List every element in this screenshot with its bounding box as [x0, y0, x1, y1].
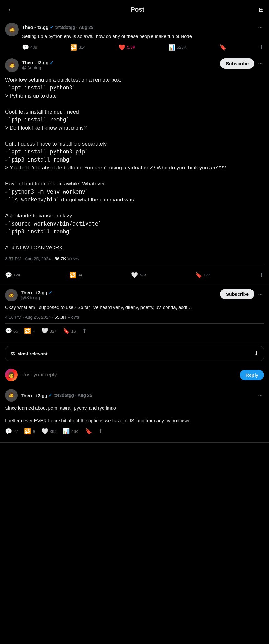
bookmark-action[interactable]: 🔖 [219, 44, 226, 51]
main-post-display-name: Theo - t3.gg ✓ [22, 60, 54, 65]
cp-retweet-action[interactable]: 🔁 9 [24, 428, 35, 435]
filter-icon: ⚖ [10, 351, 15, 357]
main-reply-action[interactable]: 💬 124 [5, 272, 20, 279]
verified-badge: ✓ [50, 25, 54, 30]
main-post-actions: 💬 124 🔁 34 🤍 673 🔖 123 ⬆ [5, 269, 264, 281]
main-reply-count: 124 [13, 273, 20, 277]
rp-bookmark-count: 16 [71, 329, 76, 333]
main-bookmark-action[interactable]: 🔖 123 [195, 272, 210, 279]
first-post-actions: 💬 439 🔁 314 ❤️ 5.3K 📊 523K 🔖 ⬆ [22, 44, 264, 51]
main-like-action[interactable]: 🤍 673 [131, 272, 146, 279]
filter-bar[interactable]: ⚖ Most relevant ⬇ [5, 346, 264, 361]
cp-bookmark-action[interactable]: 🔖 [85, 428, 92, 435]
first-post-avatar: 🧔 [5, 23, 19, 36]
rp-reply-action[interactable]: 💬 65 [5, 327, 18, 334]
main-share-action[interactable]: ⬆ [259, 272, 264, 279]
first-post-user: Theo - t3.gg ✓ @t3dotgg · Aug 25 [22, 24, 93, 30]
main-post-header: 🧔 Theo - t3.gg ✓ @t3dotgg Subscribe ··· [5, 58, 264, 72]
comment-username-date: @t3dotgg · Aug 25 [54, 393, 92, 398]
page-title: Post [131, 6, 144, 13]
reply-count: 439 [30, 45, 37, 50]
reply-post-handle: @t3dotgg [21, 295, 52, 300]
first-post-menu[interactable]: ··· [257, 23, 264, 32]
comment-post: 🧔 Theo - t3.gg ✓ @t3dotgg · Aug 25 ··· S… [0, 385, 269, 443]
comment-post-header: 🧔 Theo - t3.gg ✓ @t3dotgg · Aug 25 ··· [5, 389, 264, 402]
comment-post-text1: Since learned about pdm, astral, pyenv, … [5, 405, 264, 412]
cp-share-icon: ⬆ [98, 428, 103, 435]
main-retweet-count: 34 [78, 273, 82, 277]
reply-post-menu[interactable]: ··· [257, 290, 264, 299]
main-share-icon: ⬆ [259, 272, 264, 279]
comment-post-text2: I better never EVER hear shit about the … [5, 417, 264, 424]
reply-post-timestamp: 4:16 PM · Aug 25, 2024 · 55.3K Views [5, 315, 264, 320]
main-post-user: 🧔 Theo - t3.gg ✓ @t3dotgg [5, 58, 54, 72]
rp-reply-icon: 💬 [5, 327, 12, 334]
comment-post-user: 🧔 Theo - t3.gg ✓ @t3dotgg · Aug 25 [5, 389, 92, 402]
main-like-icon: 🤍 [131, 272, 138, 279]
cp-views-action[interactable]: 📊 46K [63, 428, 78, 435]
like-action[interactable]: ❤️ 5.3K [119, 44, 135, 51]
reply-verified: ✓ [49, 290, 52, 295]
layout-icon[interactable]: ⊞ [259, 6, 264, 13]
main-retweet-action[interactable]: 🔁 34 [69, 272, 82, 279]
rp-bookmark-icon: 🔖 [63, 327, 70, 334]
reply-post-user-info: Theo - t3.gg ✓ @t3dotgg [21, 290, 52, 300]
rp-retweet-action[interactable]: 🔁 4 [24, 327, 35, 334]
main-post-user-info: Theo - t3.gg ✓ @t3dotgg [22, 60, 54, 70]
reply-submit-button[interactable]: Reply [240, 370, 264, 380]
thread-line [12, 38, 12, 55]
reply-post-display-name: Theo - t3.gg ✓ [21, 290, 52, 295]
like-icon: ❤️ [119, 44, 125, 51]
first-post-username-date: @t3dotgg · Aug 25 [55, 25, 93, 30]
first-post-text: Setting up a python env is so awful how … [22, 33, 264, 40]
comment-post-menu[interactable]: ··· [257, 391, 264, 400]
comment-post-avatar: 🧔 [5, 389, 18, 402]
reply-action[interactable]: 💬 439 [22, 44, 37, 51]
reply-subscribe-button[interactable]: Subscribe [220, 289, 254, 299]
rp-share-action[interactable]: ⬆ [82, 327, 87, 334]
retweet-icon: 🔁 [70, 44, 77, 51]
back-button[interactable]: ← [5, 4, 16, 15]
cp-reply-action[interactable]: 💬 27 [5, 428, 18, 435]
views-icon: 📊 [168, 44, 175, 51]
reply-icon: 💬 [22, 44, 29, 51]
cp-reply-count: 27 [13, 429, 18, 434]
filter-bar-left: ⚖ Most relevant [10, 351, 48, 357]
bookmark-icon: 🔖 [219, 44, 226, 51]
reply-post: 🧔 Theo - t3.gg ✓ @t3dotgg Subscribe ··· … [0, 285, 269, 343]
cp-views-count: 46K [71, 429, 78, 434]
cp-like-action[interactable]: 🤍 399 [41, 428, 57, 435]
rp-like-action[interactable]: 🤍 327 [41, 327, 57, 334]
rp-retweet-count: 4 [33, 329, 35, 333]
first-post-header: Theo - t3.gg ✓ @t3dotgg · Aug 25 ··· [22, 23, 264, 32]
main-retweet-icon: 🔁 [69, 272, 76, 279]
like-count: 5.3K [127, 45, 135, 50]
views-action[interactable]: 📊 523K [168, 44, 186, 51]
retweet-action[interactable]: 🔁 314 [70, 44, 86, 51]
views-count: 523K [177, 45, 186, 50]
app-header: ← Post ⊞ [0, 0, 269, 19]
retweet-count: 314 [79, 45, 86, 50]
share-action[interactable]: ⬆ [259, 44, 264, 51]
first-post-content: Theo - t3.gg ✓ @t3dotgg · Aug 25 ··· Set… [22, 23, 264, 55]
reply-post-text: Okay what am I supposed to use? So far I… [5, 304, 264, 311]
rp-like-count: 327 [50, 329, 57, 333]
main-bookmark-count: 123 [203, 273, 210, 277]
thread-left: 🧔 [5, 23, 19, 55]
cp-views-icon: 📊 [63, 428, 70, 435]
main-post-menu[interactable]: ··· [257, 59, 264, 68]
rp-retweet-icon: 🔁 [24, 327, 31, 334]
reply-input[interactable] [21, 372, 236, 378]
cp-bookmark-icon: 🔖 [85, 428, 92, 435]
cp-share-action[interactable]: ⬆ [98, 428, 103, 435]
main-post-text: Workflow setting up a quick test on a re… [5, 76, 264, 252]
reply-post-actions: 💬 65 🔁 4 🤍 327 🔖 16 ⬆ [5, 327, 264, 338]
main-post-handle: @t3dotgg [22, 65, 54, 70]
main-bookmark-icon: 🔖 [195, 272, 202, 279]
subscribe-button[interactable]: Subscribe [220, 58, 254, 69]
main-verified-badge: ✓ [50, 60, 54, 65]
main-post-avatar: 🧔 [5, 58, 19, 72]
cp-like-count: 399 [50, 429, 57, 434]
rp-bookmark-action[interactable]: 🔖 16 [63, 327, 76, 334]
first-post-thread: 🧔 Theo - t3.gg ✓ @t3dotgg · Aug 25 ··· S… [0, 19, 269, 55]
